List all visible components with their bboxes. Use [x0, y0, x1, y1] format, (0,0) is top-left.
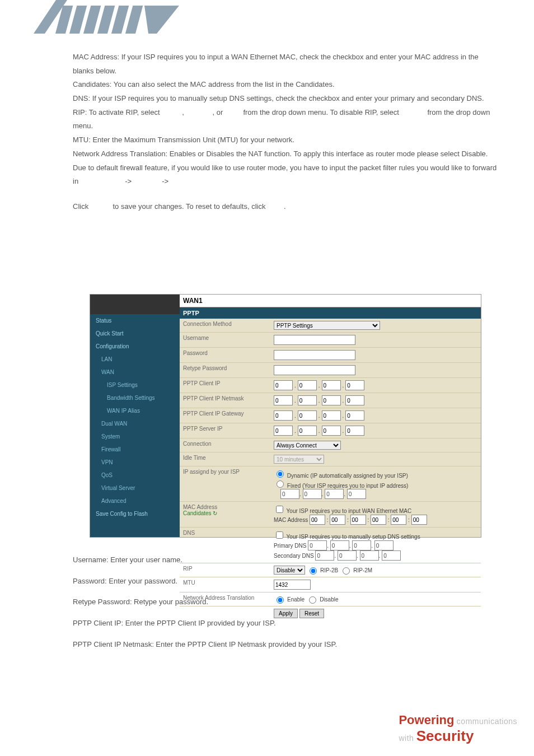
sidebar-item-advanced[interactable]: Advanced: [90, 494, 180, 507]
mac-oct5[interactable]: [391, 515, 406, 525]
footer-word-security: Security: [416, 727, 474, 744]
sidebar-item-bandwidth-settings[interactable]: Bandwidth Settings: [90, 391, 180, 404]
pptp-client-ip-label: PPTP Client IP: [180, 378, 270, 393]
username-label: Username: [180, 333, 270, 347]
refresh-icon: ↻: [213, 510, 217, 516]
pptp-nm-oct3[interactable]: [322, 395, 341, 405]
idle-time-select[interactable]: 10 minutes: [274, 455, 324, 464]
sidebar-item-isp-settings[interactable]: ISP Settings: [90, 379, 180, 391]
candidates-link[interactable]: Candidates ↻: [183, 510, 217, 516]
sidebar-item-qos[interactable]: QoS: [90, 469, 180, 482]
doc-u3: Retype Password: Retype your password.: [73, 595, 498, 609]
ip-fixed-radio[interactable]: [277, 480, 284, 488]
doc-u4: PPTP Client IP: Enter the PPTP Client IP…: [73, 617, 498, 631]
panel-subtitle: PPTP: [180, 307, 481, 319]
doc-u5: PPTP Client IP Netmask: Enter the PPTP C…: [73, 638, 498, 652]
ip-dynamic-text: Dynamic (IP automatically assigned by yo…: [287, 473, 408, 479]
sidebar: Status Quick Start Configuration LAN WAN…: [90, 295, 180, 537]
connection-method-label: Connection Method: [180, 319, 270, 332]
pptp-gw-oct2[interactable]: [298, 410, 317, 421]
pptp-nm-oct1[interactable]: [274, 395, 293, 405]
sidebar-item-vpn[interactable]: VPN: [90, 456, 180, 469]
fixed-ip-oct3[interactable]: [325, 489, 344, 499]
doc-p2: Candidates: You can also select the MAC …: [73, 78, 498, 92]
sidebar-item-wan-ip-alias[interactable]: WAN IP Alias: [90, 404, 180, 417]
doc-p4: RIP: To activate RIP, select , , or from…: [73, 106, 498, 133]
pptp-server-ip-label: PPTP Server IP: [180, 423, 270, 438]
connection-label: Connection: [180, 438, 270, 452]
sidebar-item-lan[interactable]: LAN: [90, 353, 180, 366]
mac-oct2[interactable]: [330, 515, 345, 525]
pptp-gw-oct3[interactable]: [322, 410, 341, 421]
mac-note: Your ISP requires you to input WAN Ether…: [287, 508, 412, 514]
pptp-srv-oct1[interactable]: [274, 426, 293, 436]
doc-upper-copy: MAC Address: If your ISP requires you to…: [73, 50, 498, 214]
svg-rect-3: [83, 6, 101, 34]
footer-tagline: Powering communications with Security: [399, 713, 517, 745]
doc-p5: MTU: Enter the Maximum Transmission Unit…: [73, 133, 498, 147]
panel-title: WAN1: [180, 295, 481, 307]
ip-assign-label: IP assignd by your ISP: [180, 466, 270, 501]
ip-dynamic-radio[interactable]: [277, 470, 284, 478]
connection-select[interactable]: Always Connect: [274, 441, 341, 450]
svg-marker-7: [144, 6, 179, 34]
doc-p6: Network Address Translation: Enables or …: [73, 147, 498, 189]
pptp-srv-oct4[interactable]: [345, 426, 364, 436]
footer-word-powering: Powering: [399, 713, 454, 727]
retype-password-input[interactable]: [274, 365, 355, 375]
pptp-gateway-label: PPTP Client IP Gateway: [180, 408, 270, 423]
pptp-nm-oct4[interactable]: [345, 395, 364, 405]
pptp-srv-oct3[interactable]: [322, 426, 341, 436]
fixed-ip-oct1[interactable]: [280, 489, 299, 499]
mac-oct4[interactable]: [371, 515, 386, 525]
pptp-netmask-label: PPTP Client IP Netmask: [180, 393, 270, 408]
mac-checkbox[interactable]: [276, 506, 283, 513]
pptp-ip-oct3[interactable]: [322, 380, 341, 390]
pptp-ip-oct1[interactable]: [274, 380, 293, 390]
password-label: Password: [180, 348, 270, 362]
mac-prefix: MAC Address: [274, 517, 308, 523]
router-config-panel: Status Quick Start Configuration LAN WAN…: [90, 294, 481, 538]
sidebar-item-dual-wan[interactable]: Dual WAN: [90, 417, 180, 430]
sidebar-item-status[interactable]: Status: [90, 314, 180, 327]
fixed-ip-oct4[interactable]: [347, 489, 366, 499]
pptp-gw-oct1[interactable]: [274, 410, 293, 421]
sidebar-item-wan[interactable]: WAN: [90, 366, 180, 379]
sidebar-item-firewall[interactable]: Firewall: [90, 443, 180, 456]
pptp-ip-oct2[interactable]: [298, 380, 317, 390]
doc-p3: DNS: If your ISP requires you to manuall…: [73, 92, 498, 106]
sidebar-item-system[interactable]: System: [90, 430, 180, 443]
doc-lower-copy: Username: Enter your user name. Password…: [73, 546, 498, 659]
username-input[interactable]: [274, 335, 355, 345]
pptp-gw-oct4[interactable]: [345, 410, 364, 421]
doc-u2: Password: Enter your password.: [73, 575, 498, 589]
sidebar-item-quick-start[interactable]: Quick Start: [90, 327, 180, 340]
dns-checkbox[interactable]: [276, 531, 283, 539]
main-panel: WAN1 PPTP Connection Method PPTP Setting…: [180, 295, 481, 537]
brand-logo: [34, 0, 179, 39]
ip-fixed-text: Fixed (Your ISP requires you to input IP…: [287, 483, 409, 489]
password-input[interactable]: [274, 350, 355, 360]
svg-rect-5: [111, 6, 129, 34]
svg-rect-4: [97, 6, 115, 34]
idle-time-label: Idle Time: [180, 452, 270, 466]
footer-word-communications: communications: [454, 717, 517, 726]
mac-address-label: MAC Address: [183, 504, 217, 510]
dns-note: Your ISP requires you to manually setup …: [287, 534, 420, 540]
pptp-srv-oct2[interactable]: [298, 426, 317, 436]
doc-p1: MAC Address: If your ISP requires you to…: [73, 50, 498, 78]
svg-rect-6: [125, 6, 143, 34]
mac-oct1[interactable]: [310, 515, 325, 525]
mac-oct3[interactable]: [350, 515, 366, 525]
sidebar-item-configuration[interactable]: Configuration: [90, 340, 180, 353]
mac-oct6[interactable]: [411, 515, 427, 525]
fixed-ip-oct2[interactable]: [303, 489, 322, 499]
pptp-nm-oct2[interactable]: [298, 395, 317, 405]
doc-u1: Username: Enter your user name.: [73, 553, 498, 567]
connection-method-select[interactable]: PPTP Settings: [274, 321, 380, 330]
doc-p7: Click to save your changes. To reset to …: [73, 200, 498, 214]
pptp-ip-oct4[interactable]: [345, 380, 364, 390]
footer-word-with: with: [399, 734, 416, 743]
sidebar-item-virtual-server[interactable]: Virtual Server: [90, 482, 180, 494]
sidebar-item-save-config[interactable]: Save Config to Flash: [90, 507, 180, 520]
